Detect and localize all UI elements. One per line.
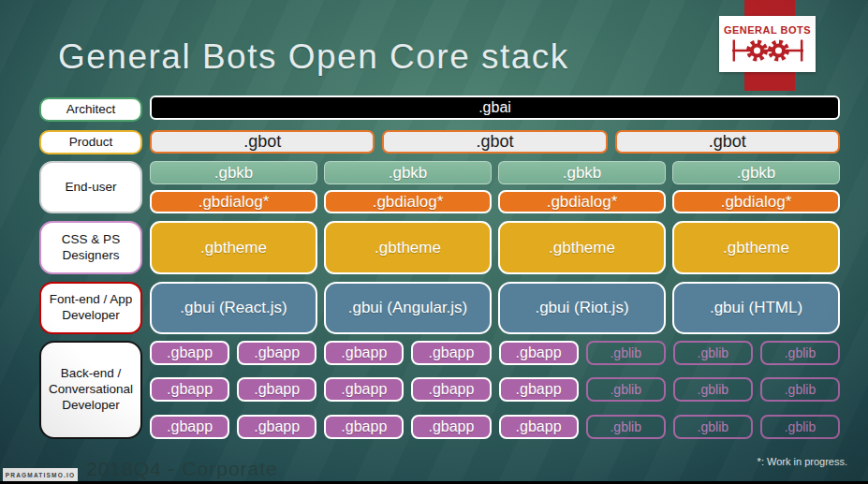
- gbtheme-node: .gbtheme: [150, 221, 317, 274]
- gbtheme-node: .gbtheme: [498, 221, 666, 274]
- gbkb-node: .gbkb: [672, 161, 840, 184]
- gbkb-node: .gbkb: [150, 161, 317, 184]
- gbtheme-row: .gbtheme .gbtheme .gbtheme .gbtheme: [150, 221, 840, 274]
- gbot-node: .gbot: [150, 130, 375, 154]
- pragmatismo-badge: PRAGMATISMO.IO: [3, 468, 78, 482]
- gblib-node: .gblib: [586, 341, 666, 365]
- apps-row-2: .gbapp .gbapp .gbapp .gbapp .gbapp .gbli…: [150, 377, 840, 402]
- gbdialog-node: .gbdialog*: [150, 190, 317, 213]
- slide-footer-caption: 2018Q4 - Corporate: [86, 458, 278, 480]
- gblib-node: .gblib: [673, 377, 753, 402]
- gbtheme-node: .gbtheme: [672, 221, 840, 274]
- gbapp-node: .gbapp: [237, 415, 316, 439]
- gbkb-node: .gbkb: [498, 161, 666, 184]
- gblib-node: .gblib: [586, 415, 666, 439]
- gblib-node: .gblib: [760, 415, 840, 439]
- logo-wordmark: GENERAL BOTS: [724, 24, 811, 36]
- gbapp-node: .gbapp: [324, 341, 404, 365]
- role-label-end-user: End-user: [39, 161, 142, 213]
- gblib-node: .gblib: [673, 341, 753, 365]
- gblib-node: .gblib: [760, 377, 840, 402]
- gbdialog-row: .gbdialog* .gbdialog* .gbdialog* .gbdial…: [150, 190, 840, 213]
- page-title: General Bots Open Core stack: [58, 37, 732, 77]
- gbapp-node: .gbapp: [237, 377, 316, 402]
- gbapp-node: .gbapp: [411, 341, 491, 365]
- gbot-node: .gbot: [382, 130, 607, 154]
- role-label-frontend-app-developer: Font-end / App Developer: [39, 282, 142, 334]
- role-label-css-ps-designers: CSS & PS Designers: [39, 221, 142, 274]
- gbapp-node: .gbapp: [324, 377, 404, 402]
- gbkb-node: .gbkb: [324, 161, 492, 184]
- gbapp-node: .gbapp: [411, 415, 491, 439]
- gears-icon: [727, 37, 809, 65]
- role-label-architect: Architect: [39, 97, 142, 122]
- gblib-node: .gblib: [586, 377, 666, 402]
- work-in-progress-note: *: Work in progress.: [758, 456, 847, 467]
- gbapp-node: .gbapp: [150, 415, 229, 439]
- gbapp-node: .gbapp: [499, 341, 579, 365]
- gbtheme-node: .gbtheme: [324, 221, 492, 274]
- gbkb-row: .gbkb .gbkb .gbkb .gbkb: [150, 161, 840, 184]
- gbui-angular-node: .gbui (Angular.js): [324, 282, 492, 334]
- gbot-row: .gbot .gbot .gbot: [150, 130, 840, 154]
- gbdialog-node: .gbdialog*: [324, 190, 492, 213]
- gbapp-node: .gbapp: [237, 341, 316, 365]
- apps-row-1: .gbapp .gbapp .gbapp .gbapp .gbapp .gbli…: [150, 341, 840, 365]
- apps-row-3: .gbapp .gbapp .gbapp .gbapp .gbapp .gbli…: [150, 415, 840, 439]
- gbui-row: .gbui (React.js) .gbui (Angular.js) .gbu…: [150, 282, 840, 334]
- general-bots-logo: GENERAL BOTS: [719, 16, 816, 72]
- gbapp-node: .gbapp: [499, 415, 579, 439]
- gblib-node: .gblib: [673, 415, 753, 439]
- gbot-node: .gbot: [615, 130, 840, 154]
- gbapp-node: .gbapp: [150, 341, 229, 365]
- role-label-backend-conversational-developer: Back-end / Conversational Developer: [39, 341, 142, 439]
- gbdialog-node: .gbdialog*: [672, 190, 840, 213]
- gbdialog-node: .gbdialog*: [498, 190, 666, 213]
- gbui-html-node: .gbui (HTML): [672, 282, 840, 334]
- gblib-node: .gblib: [760, 341, 840, 365]
- gbui-react-node: .gbui (React.js): [150, 282, 317, 334]
- gbapp-node: .gbapp: [499, 377, 579, 402]
- gbapp-node: .gbapp: [150, 377, 229, 402]
- gbui-riot-node: .gbui (Riot.js): [498, 282, 666, 334]
- gbapp-node: .gbapp: [411, 377, 491, 402]
- gbapp-node: .gbapp: [324, 415, 404, 439]
- slide: General Bots Open Core stack GENERAL BOT…: [0, 0, 868, 484]
- gbai-bar: .gbai: [150, 95, 840, 120]
- role-label-product: Product: [39, 130, 142, 154]
